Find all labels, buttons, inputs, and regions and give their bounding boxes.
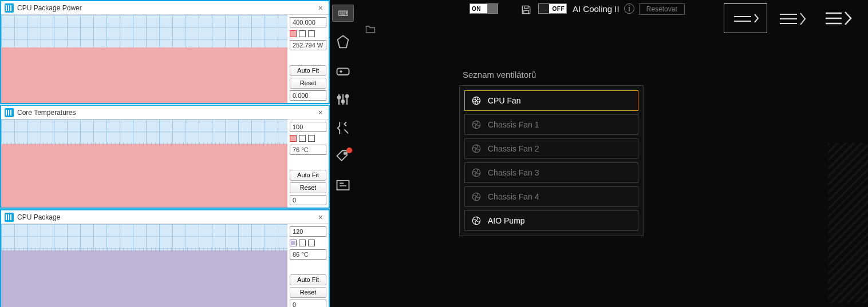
feature-title: AI Cooling II <box>573 4 620 14</box>
fan-list-title: Seznam ventilátorů <box>463 70 644 79</box>
ac-sidebar: ⌨ <box>330 0 356 307</box>
svg-rect-0 <box>337 68 349 75</box>
info-icon[interactable]: i <box>624 3 634 14</box>
close-icon[interactable]: × <box>316 213 325 222</box>
svg-point-4 <box>344 152 346 154</box>
autofit-button[interactable]: Auto Fit <box>290 170 326 181</box>
fan-item-aio[interactable]: AIO Pump <box>464 210 638 231</box>
nav-news-icon[interactable] <box>335 177 351 193</box>
fan-icon <box>471 143 482 154</box>
reset-button[interactable]: Resetovat <box>639 3 685 15</box>
graph-area <box>1 224 287 307</box>
armoury-panel: ⌨ ON OFF AI Cooling II i Resetovat <box>330 0 868 307</box>
hwinfo-column: CPU Package Power × 400.000 252.794 W Au… <box>0 0 330 307</box>
save-icon[interactable] <box>519 3 534 16</box>
decor-stripes <box>828 143 868 303</box>
on-toggle[interactable]: ON <box>469 3 498 14</box>
nav-tools-icon[interactable] <box>335 120 351 136</box>
svg-point-1 <box>338 96 341 99</box>
current-value[interactable]: 76 °C <box>290 145 326 155</box>
fan-item-chassis1[interactable]: Chassis Fan 1 <box>464 114 638 135</box>
panel-title: CPU Package <box>17 213 316 221</box>
min-value[interactable]: 0.000 <box>290 90 326 101</box>
color-swatch[interactable] <box>308 240 315 246</box>
hw-panel-cpu-package: CPU Package × 120 86 °C Auto Fit Reset 0 <box>0 209 330 307</box>
folder-icon[interactable] <box>363 23 378 35</box>
max-value[interactable]: 400.000 <box>290 17 326 27</box>
fan-item-chassis3[interactable]: Chassis Fan 3 <box>464 162 638 183</box>
fan-icon <box>471 95 482 106</box>
sensor-icon <box>5 3 14 13</box>
current-value[interactable]: 86 °C <box>290 249 326 260</box>
graph-fill <box>1 250 287 307</box>
fan-item-chassis2[interactable]: Chassis Fan 2 <box>464 138 638 159</box>
nav-tag-icon[interactable] <box>335 149 351 165</box>
current-value[interactable]: 252.794 W <box>290 40 326 50</box>
nav-keyboard-icon[interactable]: ⌨ <box>332 5 354 22</box>
fan-item-chassis4[interactable]: Chassis Fan 4 <box>464 186 638 207</box>
close-icon[interactable]: × <box>316 3 325 13</box>
graph-area <box>1 119 287 208</box>
color-swatch[interactable] <box>308 30 315 37</box>
fan-label: AIO Pump <box>488 216 525 225</box>
fan-icon <box>471 167 482 178</box>
color-swatch[interactable] <box>299 30 306 37</box>
preset-mid-icon[interactable] <box>771 3 814 33</box>
fan-label: Chassis Fan 2 <box>488 144 539 153</box>
fan-item-cpu[interactable]: CPU Fan <box>464 90 638 111</box>
fan-list-section: Seznam ventilátorů CPU Fan Chassis Fan 1… <box>459 70 644 307</box>
color-swatch[interactable] <box>290 240 297 246</box>
fan-icon <box>471 215 482 226</box>
graph-noise <box>1 142 287 145</box>
fan-icon <box>471 191 482 202</box>
reset-button[interactable]: Reset <box>290 78 326 89</box>
panel-title: Core Temperatures <box>17 109 316 117</box>
max-value[interactable]: 100 <box>290 122 326 132</box>
close-icon[interactable]: × <box>316 108 325 117</box>
graph-noise <box>1 248 287 251</box>
preset-low-icon[interactable] <box>724 3 767 33</box>
fan-label: Chassis Fan 4 <box>488 192 539 201</box>
svg-point-3 <box>346 95 349 98</box>
ai-cooling-feature: OFF AI Cooling II <box>538 3 620 14</box>
min-value[interactable]: 0 <box>290 300 326 307</box>
max-value[interactable]: 120 <box>290 226 326 237</box>
color-swatch[interactable] <box>308 135 315 142</box>
color-swatch[interactable] <box>299 135 306 142</box>
nav-sliders-icon[interactable] <box>335 91 351 107</box>
graph-fill <box>1 144 287 208</box>
svg-point-2 <box>342 100 345 103</box>
panel-title: CPU Package Power <box>17 4 316 12</box>
hw-panel-cpu-power: CPU Package Power × 400.000 252.794 W Au… <box>0 0 330 104</box>
min-value[interactable]: 0 <box>290 195 326 205</box>
fan-label: CPU Fan <box>488 96 521 105</box>
reset-button[interactable]: Reset <box>290 287 326 298</box>
sensor-icon <box>5 108 14 117</box>
graph-fill <box>1 47 287 103</box>
nav-controller-icon[interactable] <box>335 63 351 79</box>
nav-shape-icon[interactable] <box>335 34 351 50</box>
fan-list: CPU Fan Chassis Fan 1 Chassis Fan 2 Chas… <box>459 85 644 236</box>
color-swatch[interactable] <box>299 240 306 246</box>
fan-label: Chassis Fan 1 <box>488 120 539 129</box>
reset-button[interactable]: Reset <box>290 182 326 193</box>
fan-label: Chassis Fan 3 <box>488 168 539 177</box>
svg-rect-5 <box>337 181 349 190</box>
off-toggle[interactable]: OFF <box>538 3 567 14</box>
autofit-button[interactable]: Auto Fit <box>290 65 326 76</box>
color-swatch[interactable] <box>290 30 297 37</box>
color-swatch[interactable] <box>290 135 297 142</box>
hw-panel-core-temp: Core Temperatures × 100 76 °C Auto Fit R… <box>0 105 330 209</box>
sensor-icon <box>5 213 14 222</box>
autofit-button[interactable]: Auto Fit <box>290 274 326 285</box>
fan-icon <box>471 119 482 130</box>
graph-area <box>1 15 287 103</box>
preset-high-icon[interactable] <box>818 3 861 33</box>
